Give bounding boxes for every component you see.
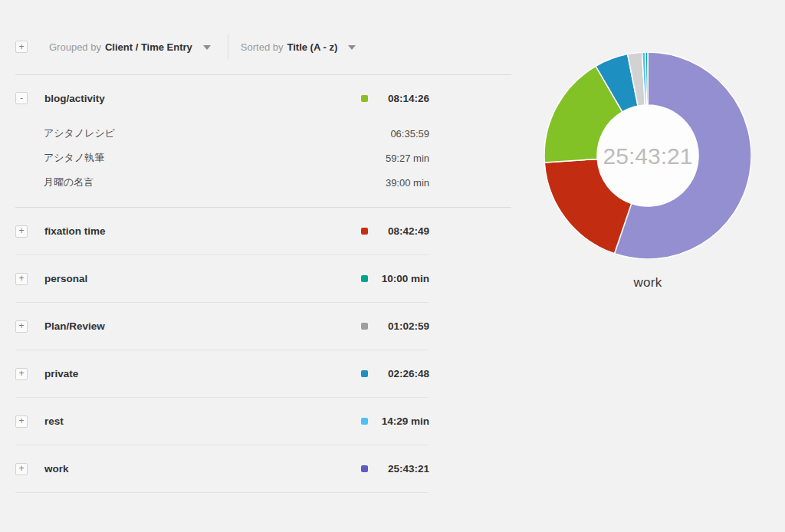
reports-page: + Grouped by Client / Time Entry Sorted … [0,0,785,532]
donut-chart: 25:43:21 work [544,52,751,291]
group-duration: 10:00 min [368,273,429,284]
grouped-list: + Grouped by Client / Time Entry Sorted … [0,0,511,493]
expand-group-button[interactable]: + [15,463,28,475]
group-color-dot [361,418,368,425]
group-row: + rest 14:29 min [15,398,429,445]
sorted-by-dropdown[interactable]: Sorted by Title (A - z) [241,41,356,53]
chevron-down-icon [203,45,211,50]
donut-chart-svg: 25:43:21 [544,52,751,259]
group-label: work [44,463,361,475]
group-duration: 14:29 min [368,415,429,427]
time-entry-row: アシタノ執筆 59:27 min [15,146,429,170]
row-divider [15,492,429,493]
group-label: private [44,368,361,379]
group-duration: 02:26:48 [368,368,429,379]
time-entry-row: 月曜の名言 39:00 min [15,170,429,195]
group-fixation-time: + fixation time 08:42:49 [0,208,511,255]
group-row: - blog/activity 08:14:26 [15,75,429,121]
group-label: rest [44,415,361,427]
entry-label: アシタノレシピ [44,126,390,140]
group-row: + private 02:26:48 [15,350,429,397]
grouped-by-value: Client / Time Entry [105,41,192,53]
entry-duration: 06:35:59 [390,128,429,140]
expand-group-button[interactable]: + [15,320,28,333]
group-rest: + rest 14:29 min [0,398,511,445]
group-duration: 08:14:26 [368,93,429,104]
group-personal: + personal 10:00 min [0,255,511,303]
donut-center-label: 25:43:21 [603,143,693,169]
sorted-by-prefix: Sorted by [241,41,284,53]
group-label: blog/activity [44,93,361,104]
group-duration: 08:42:49 [368,225,429,237]
entry-duration: 39:00 min [386,177,429,189]
group-plan-review: + Plan/Review 01:02:59 [0,303,511,350]
expand-group-button[interactable]: + [15,225,28,238]
group-color-dot [361,95,368,102]
group-blog-activity: - blog/activity 08:14:26 アシタノレシピ 06:35:5… [0,75,511,208]
group-color-dot [361,370,368,377]
toolbar-divider [228,34,228,60]
group-row: + fixation time 08:42:49 [15,208,429,255]
group-row: + Plan/Review 01:02:59 [15,303,429,350]
grouped-by-prefix: Grouped by [49,41,101,53]
entry-label: 月曜の名言 [44,176,386,189]
expand-group-button[interactable]: + [15,415,28,428]
time-entry-row: アシタノレシピ 06:35:59 [15,121,429,146]
group-color-dot [361,323,368,330]
collapse-group-button[interactable]: - [15,92,28,104]
group-label: fixation time [44,225,361,237]
chevron-down-icon [348,45,356,50]
entry-duration: 59:27 min [386,153,429,164]
group-color-dot [361,465,368,472]
group-work: + work 25:43:21 [0,445,511,493]
chart-caption: work [544,275,751,291]
group-duration: 25:43:21 [368,463,429,475]
grouped-by-dropdown[interactable]: Grouped by Client / Time Entry [49,41,211,53]
group-row: + work 25:43:21 [15,445,429,492]
group-label: Plan/Review [44,320,361,332]
group-color-dot [361,275,368,282]
group-row: + personal 10:00 min [15,255,429,302]
group-label: personal [44,273,361,284]
expand-all-button[interactable]: + [15,41,28,53]
group-private: + private 02:26:48 [0,350,511,398]
group-duration: 01:02:59 [368,320,429,332]
group-color-dot [361,228,368,235]
entry-label: アシタノ執筆 [44,151,386,165]
toolbar: + Grouped by Client / Time Entry Sorted … [15,34,511,59]
expand-group-button[interactable]: + [15,273,28,285]
sorted-by-value: Title (A - z) [287,41,338,53]
expand-group-button[interactable]: + [15,368,28,380]
